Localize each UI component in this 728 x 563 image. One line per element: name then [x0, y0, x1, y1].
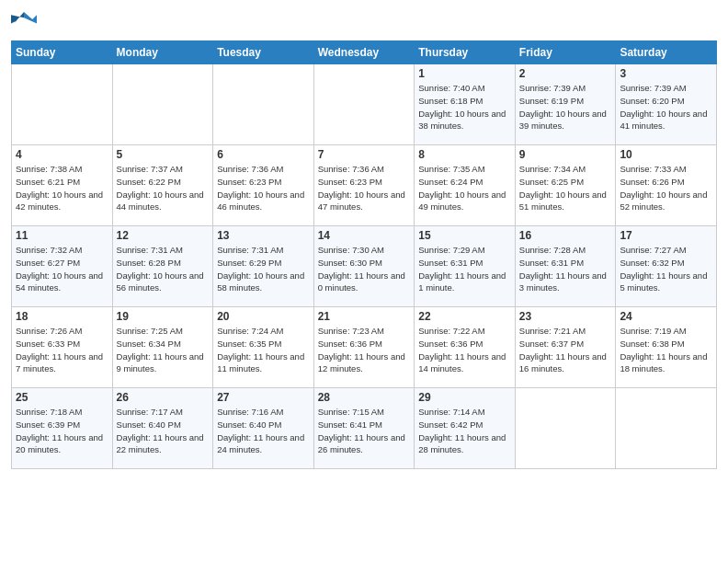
- day-info: Sunrise: 7:27 AM Sunset: 6:32 PM Dayligh…: [620, 244, 712, 294]
- day-info: Sunrise: 7:31 AM Sunset: 6:29 PM Dayligh…: [217, 244, 310, 294]
- logo: [11, 9, 40, 35]
- day-number: 9: [519, 148, 612, 161]
- day-number: 28: [318, 391, 411, 404]
- day-number: 25: [16, 391, 108, 404]
- calendar-cell: 20Sunrise: 7:24 AM Sunset: 6:35 PM Dayli…: [213, 307, 314, 388]
- day-info: Sunrise: 7:31 AM Sunset: 6:28 PM Dayligh…: [117, 244, 210, 294]
- calendar-cell: 17Sunrise: 7:27 AM Sunset: 6:32 PM Dayli…: [616, 226, 717, 307]
- day-number: 4: [16, 148, 108, 161]
- calendar-cell: [112, 64, 213, 145]
- day-number: 5: [117, 148, 210, 161]
- weekday-header-sunday: Sunday: [12, 41, 113, 64]
- calendar-cell: 22Sunrise: 7:22 AM Sunset: 6:36 PM Dayli…: [415, 307, 516, 388]
- calendar-cell: 12Sunrise: 7:31 AM Sunset: 6:28 PM Dayli…: [112, 226, 213, 307]
- calendar-cell: 19Sunrise: 7:25 AM Sunset: 6:34 PM Dayli…: [112, 307, 213, 388]
- day-number: 11: [16, 229, 108, 242]
- weekday-header-row: SundayMondayTuesdayWednesdayThursdayFrid…: [12, 41, 717, 64]
- day-number: 18: [16, 310, 108, 323]
- calendar-cell: 18Sunrise: 7:26 AM Sunset: 6:33 PM Dayli…: [12, 307, 113, 388]
- calendar-cell: 14Sunrise: 7:30 AM Sunset: 6:30 PM Dayli…: [313, 226, 415, 307]
- day-number: 22: [418, 310, 511, 323]
- day-info: Sunrise: 7:40 AM Sunset: 6:18 PM Dayligh…: [418, 82, 511, 132]
- day-info: Sunrise: 7:26 AM Sunset: 6:33 PM Dayligh…: [16, 325, 108, 375]
- calendar-cell: [213, 64, 314, 145]
- calendar-cell: 6Sunrise: 7:36 AM Sunset: 6:23 PM Daylig…: [213, 145, 314, 226]
- calendar-cell: 5Sunrise: 7:37 AM Sunset: 6:22 PM Daylig…: [112, 145, 213, 226]
- day-number: 3: [620, 67, 712, 80]
- calendar-cell: 24Sunrise: 7:19 AM Sunset: 6:38 PM Dayli…: [616, 307, 717, 388]
- day-number: 7: [318, 148, 411, 161]
- day-info: Sunrise: 7:37 AM Sunset: 6:22 PM Dayligh…: [117, 163, 210, 213]
- calendar-week-3: 11Sunrise: 7:32 AM Sunset: 6:27 PM Dayli…: [12, 226, 717, 307]
- calendar-cell: [616, 388, 717, 469]
- calendar-cell: [12, 64, 113, 145]
- weekday-header-friday: Friday: [515, 41, 616, 64]
- day-info: Sunrise: 7:36 AM Sunset: 6:23 PM Dayligh…: [217, 163, 310, 213]
- day-number: 1: [418, 67, 511, 80]
- calendar-cell: 10Sunrise: 7:33 AM Sunset: 6:26 PM Dayli…: [616, 145, 717, 226]
- calendar-cell: [515, 388, 616, 469]
- calendar-cell: 4Sunrise: 7:38 AM Sunset: 6:21 PM Daylig…: [12, 145, 113, 226]
- day-info: Sunrise: 7:25 AM Sunset: 6:34 PM Dayligh…: [117, 325, 210, 375]
- day-number: 16: [519, 229, 612, 242]
- calendar-cell: 8Sunrise: 7:35 AM Sunset: 6:24 PM Daylig…: [415, 145, 516, 226]
- calendar-cell: 15Sunrise: 7:29 AM Sunset: 6:31 PM Dayli…: [415, 226, 516, 307]
- calendar-week-2: 4Sunrise: 7:38 AM Sunset: 6:21 PM Daylig…: [12, 145, 717, 226]
- day-info: Sunrise: 7:34 AM Sunset: 6:25 PM Dayligh…: [519, 163, 612, 213]
- day-info: Sunrise: 7:30 AM Sunset: 6:30 PM Dayligh…: [318, 244, 411, 294]
- calendar-week-5: 25Sunrise: 7:18 AM Sunset: 6:39 PM Dayli…: [12, 388, 717, 469]
- calendar-cell: 28Sunrise: 7:15 AM Sunset: 6:41 PM Dayli…: [313, 388, 415, 469]
- calendar-cell: 11Sunrise: 7:32 AM Sunset: 6:27 PM Dayli…: [12, 226, 113, 307]
- day-number: 8: [418, 148, 511, 161]
- day-info: Sunrise: 7:36 AM Sunset: 6:23 PM Dayligh…: [318, 163, 411, 213]
- calendar-cell: 16Sunrise: 7:28 AM Sunset: 6:31 PM Dayli…: [515, 226, 616, 307]
- day-info: Sunrise: 7:32 AM Sunset: 6:27 PM Dayligh…: [16, 244, 108, 294]
- calendar-cell: 9Sunrise: 7:34 AM Sunset: 6:25 PM Daylig…: [515, 145, 616, 226]
- day-info: Sunrise: 7:17 AM Sunset: 6:40 PM Dayligh…: [117, 406, 210, 456]
- day-info: Sunrise: 7:22 AM Sunset: 6:36 PM Dayligh…: [418, 325, 511, 375]
- calendar-cell: 3Sunrise: 7:39 AM Sunset: 6:20 PM Daylig…: [616, 64, 717, 145]
- day-info: Sunrise: 7:16 AM Sunset: 6:40 PM Dayligh…: [217, 406, 310, 456]
- day-info: Sunrise: 7:35 AM Sunset: 6:24 PM Dayligh…: [418, 163, 511, 213]
- day-info: Sunrise: 7:29 AM Sunset: 6:31 PM Dayligh…: [418, 244, 511, 294]
- calendar-cell: 21Sunrise: 7:23 AM Sunset: 6:36 PM Dayli…: [313, 307, 415, 388]
- day-number: 2: [519, 67, 612, 80]
- day-number: 14: [318, 229, 411, 242]
- calendar-cell: 1Sunrise: 7:40 AM Sunset: 6:18 PM Daylig…: [415, 64, 516, 145]
- day-number: 15: [418, 229, 511, 242]
- day-info: Sunrise: 7:38 AM Sunset: 6:21 PM Dayligh…: [16, 163, 108, 213]
- day-info: Sunrise: 7:21 AM Sunset: 6:37 PM Dayligh…: [519, 325, 612, 375]
- day-number: 21: [318, 310, 411, 323]
- day-number: 20: [217, 310, 310, 323]
- day-info: Sunrise: 7:28 AM Sunset: 6:31 PM Dayligh…: [519, 244, 612, 294]
- calendar-cell: [313, 64, 415, 145]
- day-info: Sunrise: 7:15 AM Sunset: 6:41 PM Dayligh…: [318, 406, 411, 456]
- weekday-header-thursday: Thursday: [415, 41, 516, 64]
- day-number: 12: [117, 229, 210, 242]
- calendar-week-4: 18Sunrise: 7:26 AM Sunset: 6:33 PM Dayli…: [12, 307, 717, 388]
- day-info: Sunrise: 7:33 AM Sunset: 6:26 PM Dayligh…: [620, 163, 712, 213]
- weekday-header-monday: Monday: [112, 41, 213, 64]
- day-info: Sunrise: 7:39 AM Sunset: 6:20 PM Dayligh…: [620, 82, 712, 132]
- day-info: Sunrise: 7:39 AM Sunset: 6:19 PM Dayligh…: [519, 82, 612, 132]
- day-info: Sunrise: 7:24 AM Sunset: 6:35 PM Dayligh…: [217, 325, 310, 375]
- day-info: Sunrise: 7:23 AM Sunset: 6:36 PM Dayligh…: [318, 325, 411, 375]
- day-info: Sunrise: 7:18 AM Sunset: 6:39 PM Dayligh…: [16, 406, 108, 456]
- calendar-cell: 26Sunrise: 7:17 AM Sunset: 6:40 PM Dayli…: [112, 388, 213, 469]
- day-number: 13: [217, 229, 310, 242]
- logo-icon: [11, 9, 37, 35]
- calendar-cell: 27Sunrise: 7:16 AM Sunset: 6:40 PM Dayli…: [213, 388, 314, 469]
- day-info: Sunrise: 7:19 AM Sunset: 6:38 PM Dayligh…: [620, 325, 712, 375]
- calendar-cell: 25Sunrise: 7:18 AM Sunset: 6:39 PM Dayli…: [12, 388, 113, 469]
- calendar-page: SundayMondayTuesdayWednesdayThursdayFrid…: [0, 0, 728, 563]
- day-info: Sunrise: 7:14 AM Sunset: 6:42 PM Dayligh…: [418, 406, 511, 456]
- day-number: 27: [217, 391, 310, 404]
- weekday-header-tuesday: Tuesday: [213, 41, 314, 64]
- calendar-week-1: 1Sunrise: 7:40 AM Sunset: 6:18 PM Daylig…: [12, 64, 717, 145]
- calendar-table: SundayMondayTuesdayWednesdayThursdayFrid…: [11, 40, 717, 469]
- day-number: 19: [117, 310, 210, 323]
- calendar-cell: 29Sunrise: 7:14 AM Sunset: 6:42 PM Dayli…: [415, 388, 516, 469]
- day-number: 17: [620, 229, 712, 242]
- day-number: 6: [217, 148, 310, 161]
- calendar-cell: 2Sunrise: 7:39 AM Sunset: 6:19 PM Daylig…: [515, 64, 616, 145]
